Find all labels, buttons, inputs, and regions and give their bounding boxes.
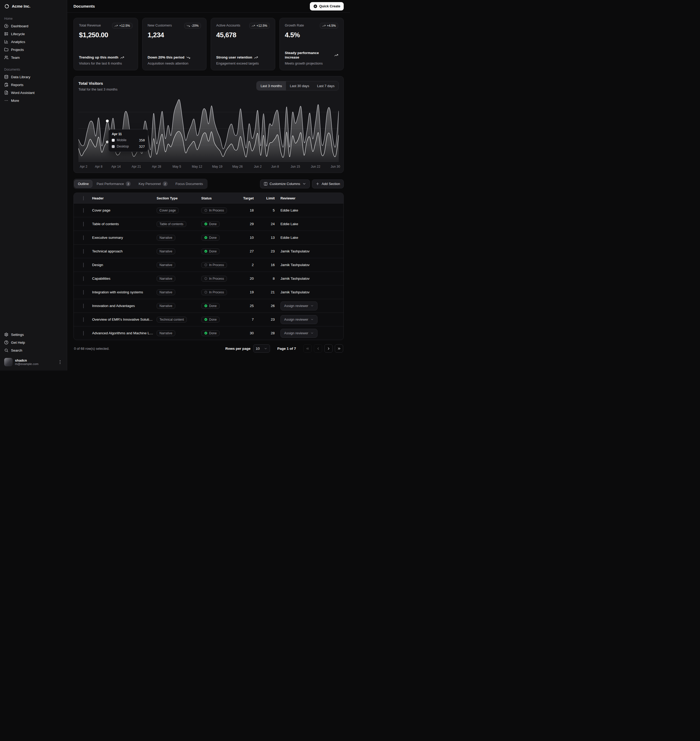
target-value[interactable]: 18 — [239, 208, 262, 212]
sidebar-item-word-assistant[interactable]: Word Assistant — [2, 89, 65, 97]
select-all-checkbox[interactable] — [83, 196, 84, 200]
table-row[interactable]: Technical approach Narrative Done 27 23 … — [74, 244, 343, 258]
drag-handle-icon[interactable] — [76, 236, 80, 240]
limit-value[interactable]: 23 — [262, 318, 281, 321]
range-last-30-days[interactable]: Last 30 days — [286, 81, 313, 90]
table-row[interactable]: Advanced Algorithms and Machine Learning… — [74, 326, 343, 340]
row-menu-button[interactable] — [334, 221, 341, 228]
row-checkbox[interactable] — [83, 222, 84, 226]
limit-value[interactable]: 24 — [262, 222, 281, 226]
area-chart[interactable]: Apr 11 Mobile 350 Desktop 327 — [78, 96, 339, 162]
row-checkbox[interactable] — [83, 317, 84, 322]
drag-handle-icon[interactable] — [76, 263, 80, 267]
table-row[interactable]: Integration with existing systems Narrat… — [74, 285, 343, 299]
table-row[interactable]: Capabilities Narrative In Process 20 8 J… — [74, 272, 343, 285]
row-checkbox[interactable] — [83, 276, 84, 281]
row-menu-button[interactable] — [334, 207, 341, 214]
table-row[interactable]: Overview of EMR's Innovative Solutions T… — [74, 313, 343, 326]
target-value[interactable]: 27 — [239, 249, 262, 253]
drag-handle-icon[interactable] — [76, 304, 80, 308]
tab-outline[interactable]: Outline — [74, 180, 93, 188]
sidebar-item-get-help[interactable]: Get Help — [2, 338, 65, 346]
row-title[interactable]: Cover page — [92, 208, 157, 212]
row-checkbox[interactable] — [83, 331, 84, 335]
row-title[interactable]: Table of contents — [92, 222, 157, 226]
prev-page-button[interactable] — [314, 344, 322, 353]
drag-handle-icon[interactable] — [76, 250, 80, 253]
row-menu-button[interactable] — [334, 316, 341, 323]
row-menu-button[interactable] — [334, 330, 341, 337]
limit-value[interactable]: 8 — [262, 276, 281, 281]
limit-value[interactable]: 23 — [262, 249, 281, 253]
first-page-button[interactable] — [303, 344, 312, 353]
sidebar-item-team[interactable]: Team — [2, 53, 65, 62]
row-title[interactable]: Integration with existing systems — [92, 290, 157, 294]
row-title[interactable]: Overview of EMR's Innovative Solutions — [92, 318, 157, 321]
sidebar-item-dashboard[interactable]: Dashboard — [2, 22, 65, 30]
sidebar-header[interactable]: Acme Inc. — [0, 0, 67, 13]
row-checkbox[interactable] — [83, 235, 84, 240]
customize-columns-button[interactable]: Customize Columns — [260, 179, 310, 188]
table-row[interactable]: Executive summary Narrative Done 10 13 E… — [74, 231, 343, 244]
row-checkbox[interactable] — [83, 290, 84, 295]
limit-value[interactable]: 5 — [262, 208, 281, 212]
sidebar-item-analytics[interactable]: Analytics — [2, 38, 65, 46]
limit-value[interactable]: 21 — [262, 290, 281, 294]
sidebar-item-search[interactable]: Search — [2, 346, 65, 354]
row-menu-button[interactable] — [334, 234, 341, 241]
row-title[interactable]: Advanced Algorithms and Machine Learning — [92, 331, 157, 335]
row-menu-button[interactable] — [334, 275, 341, 282]
drag-handle-icon[interactable] — [76, 318, 80, 321]
sidebar-item-data-library[interactable]: Data Library — [2, 73, 65, 81]
quick-create-button[interactable]: Quick Create — [310, 2, 344, 10]
assign-reviewer-select[interactable]: Assign reviewer — [281, 315, 318, 324]
table-row[interactable]: Design Narrative In Process 2 16 Jamik T… — [74, 258, 343, 272]
row-checkbox[interactable] — [83, 208, 84, 213]
row-menu-button[interactable] — [334, 248, 341, 255]
range-last-7-days[interactable]: Last 7 days — [313, 81, 339, 90]
drag-handle-icon[interactable] — [76, 209, 80, 212]
tab-past-performance[interactable]: Past Performance3 — [93, 179, 134, 188]
row-checkbox[interactable] — [83, 304, 84, 308]
table-row[interactable]: Innovation and Advantages Narrative Done… — [74, 299, 343, 313]
target-value[interactable]: 10 — [239, 236, 262, 240]
add-section-button[interactable]: Add Section — [312, 179, 344, 188]
assign-reviewer-select[interactable]: Assign reviewer — [281, 329, 318, 338]
drag-handle-icon[interactable] — [76, 331, 80, 335]
row-title[interactable]: Innovation and Advantages — [92, 304, 157, 308]
limit-value[interactable]: 16 — [262, 263, 281, 267]
row-title[interactable]: Capabilities — [92, 276, 157, 281]
row-title[interactable]: Technical approach — [92, 249, 157, 253]
target-value[interactable]: 20 — [239, 276, 262, 281]
row-checkbox[interactable] — [83, 263, 84, 268]
last-page-button[interactable] — [335, 344, 343, 353]
sidebar-item-projects[interactable]: Projects — [2, 46, 65, 53]
tab-focus-documents[interactable]: Focus Documents — [172, 180, 207, 188]
assign-reviewer-select[interactable]: Assign reviewer — [281, 301, 318, 310]
sidebar-item-more[interactable]: More — [2, 97, 65, 104]
table-row[interactable]: Table of contents Table of contents Done… — [74, 217, 343, 231]
target-value[interactable]: 7 — [239, 318, 262, 321]
rows-per-page-select[interactable]: 10 — [253, 344, 270, 353]
row-title[interactable]: Design — [92, 263, 157, 267]
tab-key-personnel[interactable]: Key Personnel2 — [135, 179, 171, 188]
next-page-button[interactable] — [324, 344, 333, 353]
target-value[interactable]: 19 — [239, 290, 262, 294]
row-menu-button[interactable] — [334, 262, 341, 268]
target-value[interactable]: 29 — [239, 222, 262, 226]
sidebar-item-settings[interactable]: Settings — [2, 331, 65, 338]
limit-value[interactable]: 28 — [262, 331, 281, 335]
range-last-3-months[interactable]: Last 3 months — [257, 81, 286, 90]
drag-handle-icon[interactable] — [76, 291, 80, 294]
row-title[interactable]: Executive summary — [92, 236, 157, 240]
user-menu-kebab-icon[interactable] — [57, 359, 63, 365]
target-value[interactable]: 2 — [239, 263, 262, 267]
row-checkbox[interactable] — [83, 249, 84, 254]
drag-handle-icon[interactable] — [76, 277, 80, 281]
row-menu-button[interactable] — [334, 303, 341, 309]
sidebar-item-lifecycle[interactable]: Lifecycle — [2, 30, 65, 38]
limit-value[interactable]: 26 — [262, 304, 281, 308]
user-menu[interactable]: shadcn m@example.com — [2, 356, 65, 368]
sidebar-item-reports[interactable]: Reports — [2, 81, 65, 89]
target-value[interactable]: 25 — [239, 304, 262, 308]
